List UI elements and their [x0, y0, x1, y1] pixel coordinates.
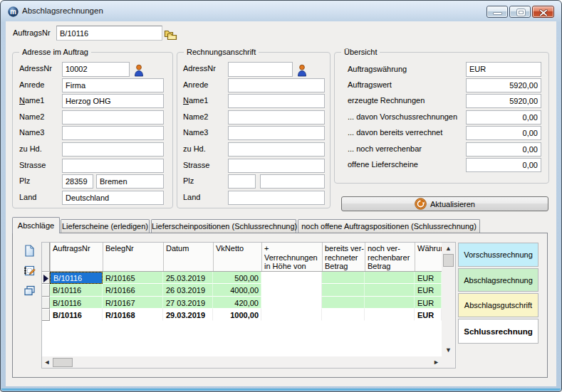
svg-text:m: m [10, 8, 16, 16]
